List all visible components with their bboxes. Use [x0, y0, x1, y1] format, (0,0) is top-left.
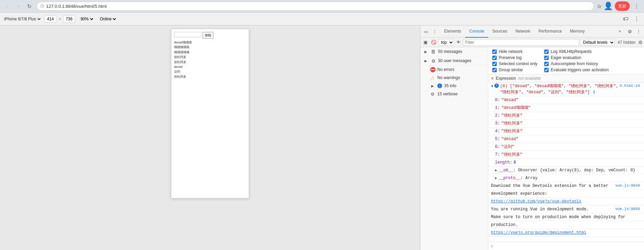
- console-array-line: ▶ i (8) ["desad", "desad哦哦哦", "绕杜阿多", "绕…: [488, 82, 644, 96]
- array-item-4: 4: "绕杜阿多": [488, 128, 644, 135]
- tab-performance[interactable]: Performance: [534, 25, 566, 38]
- phone-button[interactable]: 按钮: [203, 32, 213, 39]
- console-input[interactable]: [494, 244, 641, 248]
- tab-more[interactable]: »: [614, 25, 625, 38]
- expand-30-icon[interactable]: ▶: [423, 58, 429, 63]
- update-button[interactable]: 更新: [615, 1, 630, 11]
- zoom-select[interactable]: 90%: [79, 16, 94, 22]
- tab-elements[interactable]: Elements: [440, 25, 465, 38]
- hide-network-cb[interactable]: [492, 50, 497, 54]
- context-select[interactable]: top: [438, 39, 454, 46]
- page-preview: 按钮 desad哦哦哦 哦哦哦哦哦 哦哦哦哦哦 按杜阿多 按杜阿多 desad …: [0, 25, 420, 250]
- autocomplete-label: Autocomplete from history: [551, 61, 598, 66]
- autocomplete-cb[interactable]: [544, 62, 549, 66]
- setting-group-similar[interactable]: Group similar: [492, 68, 537, 72]
- back-button[interactable]: ←: [3, 1, 12, 11]
- val-0: "desad": [501, 97, 518, 103]
- val-2: "绕杜阿多": [501, 113, 522, 119]
- device-icon[interactable]: ⎱: [431, 27, 439, 36]
- setting-preserve-log[interactable]: Preserve log: [492, 55, 537, 60]
- setting-eval-triggers[interactable]: Evaluate triggers user activation: [544, 68, 609, 72]
- preserve-log-cb[interactable]: [492, 56, 497, 60]
- msg-35-label: 35 info: [444, 83, 485, 88]
- inspect-icon[interactable]: ▭: [422, 27, 430, 36]
- device-select[interactable]: iPhone 6/7/8 Plus: [3, 16, 42, 22]
- msg-no-errors[interactable]: ⛔ No errors: [420, 65, 488, 74]
- array-expand-arrow[interactable]: ▶: [490, 85, 495, 87]
- selected-context-cb[interactable]: [492, 62, 497, 66]
- log-xhr-label: Log XMLHttpRequests: [551, 49, 592, 54]
- devtools-more-icon[interactable]: ⋮: [634, 27, 643, 36]
- panel-layout-icon[interactable]: ▣: [422, 39, 429, 46]
- vue-devtools-link[interactable]: https://github.com/vuejs/vue-devtools: [491, 198, 581, 205]
- tab-memory[interactable]: Memory: [566, 25, 589, 38]
- setting-autocomplete[interactable]: Autocomplete from history: [544, 61, 609, 66]
- tab-console[interactable]: Console: [465, 25, 488, 38]
- phone-line-5: desad: [174, 64, 246, 69]
- val-7: "绕杜阿多": [501, 152, 522, 158]
- msg-no-warnings[interactable]: ⚠ No warnings: [420, 74, 488, 82]
- expression-close[interactable]: ×: [491, 76, 494, 81]
- expression-bar: × Expression not available: [488, 75, 644, 82]
- devtools-tab-bar-end: » ⚙ ⋮: [614, 25, 643, 38]
- eager-eval-cb[interactable]: [544, 56, 549, 60]
- width-input[interactable]: [44, 15, 56, 23]
- msg-35-info[interactable]: ▶ i 35 info: [420, 82, 488, 90]
- height-input[interactable]: [63, 15, 75, 23]
- selected-context-label: Selected context only: [499, 61, 537, 66]
- phone-line-6: 达到: [174, 69, 246, 74]
- ob-expand[interactable]: ▶: [495, 168, 497, 173]
- group-similar-cb[interactable]: [492, 68, 497, 72]
- level-select[interactable]: Default levels: [580, 39, 615, 46]
- console-output: ▶ i (8) ["desad", "desad哦哦哦", "绕杜阿多", "绕…: [488, 82, 644, 242]
- settings-panel: Hide network Preserve log Selected conte…: [488, 47, 644, 75]
- expand-info-icon[interactable]: ▶: [430, 83, 435, 89]
- devtools-settings-icon[interactable]: ⚙: [626, 27, 634, 36]
- msg-30-user[interactable]: ▶ ⊙ 30 user messages: [420, 56, 488, 65]
- profile-button[interactable]: 👤: [604, 1, 613, 11]
- clear-console-icon[interactable]: 🚫: [430, 39, 437, 46]
- vue-source-1[interactable]: vue.js:9049: [615, 183, 640, 189]
- vue-devtools-text2: development experience:: [491, 191, 641, 197]
- address-bar[interactable]: ⓘ 127.0.0.1:8848/vue/html/5.html: [37, 2, 594, 11]
- key-6: 6:: [495, 144, 500, 150]
- msg-no-errors-label: No errors: [437, 67, 485, 72]
- eval-triggers-cb[interactable]: [544, 68, 549, 72]
- console-settings-icon[interactable]: ⚙: [638, 40, 643, 45]
- toolbar-more-button[interactable]: ⋮: [632, 14, 641, 24]
- proto-expand[interactable]: ▶: [495, 176, 497, 181]
- filter-input[interactable]: [463, 39, 579, 46]
- setting-log-xhr[interactable]: Log XMLHttpRequests: [544, 49, 609, 54]
- setting-eager-eval[interactable]: Eager evaluation: [544, 55, 609, 60]
- network-select[interactable]: Online: [98, 16, 117, 22]
- phone-input[interactable]: [174, 32, 201, 37]
- setting-selected-context[interactable]: Selected context only: [492, 61, 537, 66]
- msg-15-verbose[interactable]: ⚙ 15 verbose: [420, 90, 488, 98]
- vue-devmode-url: https://vuejs.org/guide/deployment.html: [488, 229, 644, 237]
- vue-source-2[interactable]: vue.js:9058: [615, 206, 640, 212]
- eager-eval-label: Eager evaluation: [551, 55, 581, 60]
- phone-line-2: 哦哦哦哦哦: [174, 50, 246, 55]
- source-link[interactable]: 5.html:24: [620, 83, 640, 89]
- msg-no-warnings-label: No warnings: [437, 75, 485, 80]
- warning-icon: ⚠: [430, 75, 435, 80]
- devtools-body: ▶ ☰ 50 messages ▶ ⊙ 30 user messages ⛔ N…: [420, 47, 644, 250]
- expand-50-icon[interactable]: ▶: [423, 49, 429, 54]
- forward-button[interactable]: →: [14, 1, 23, 11]
- hidden-count: 47 hidden: [615, 40, 638, 45]
- hide-network-label: Hide network: [499, 49, 523, 54]
- tab-sources[interactable]: Sources: [488, 25, 511, 38]
- phone-line-3: 按杜阿多: [174, 55, 246, 59]
- key-7: 7:: [495, 152, 500, 158]
- msg-50-messages[interactable]: ▶ ☰ 50 messages: [420, 47, 488, 56]
- log-xhr-cb[interactable]: [544, 50, 549, 54]
- vue-devmode-link[interactable]: https://vuejs.org/guide/deployment.html: [491, 230, 586, 236]
- url-text: 127.0.0.1:8848/vue/html/5.html: [46, 4, 590, 9]
- reload-button[interactable]: ↻: [24, 1, 34, 11]
- eye-icon[interactable]: 👁: [455, 39, 462, 46]
- setting-hide-network[interactable]: Hide network: [492, 49, 537, 54]
- tab-network[interactable]: Network: [511, 25, 534, 38]
- tag-button[interactable]: 🏷: [621, 14, 630, 24]
- browser-more-button[interactable]: ⋮: [632, 1, 641, 11]
- bookmark-button[interactable]: ☆: [597, 1, 602, 11]
